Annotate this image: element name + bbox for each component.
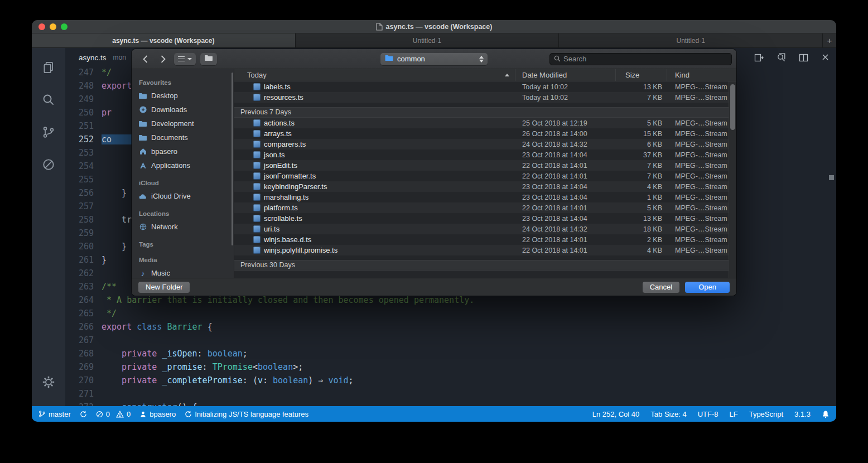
file-name: winjs.polyfill.promise.ts — [264, 246, 337, 254]
code-line[interactable]: 266export class Barrier { — [65, 320, 836, 334]
line-number: 251 — [65, 119, 94, 133]
window-tab[interactable]: Untitled-1 — [559, 33, 823, 47]
zoom-window-button[interactable] — [61, 23, 67, 30]
language-status[interactable]: Initializing JS/TS language features — [185, 410, 308, 418]
code-line[interactable]: 265 */ — [65, 307, 836, 320]
notifications-bell-icon[interactable] — [822, 410, 830, 418]
sidebar-item-documents[interactable]: Documents — [132, 131, 234, 144]
file-name: jsonFormatter.ts — [264, 172, 316, 180]
ts-version[interactable]: 3.1.3 — [794, 410, 811, 418]
debug-icon[interactable] — [32, 148, 65, 181]
location-dropdown[interactable]: common — [380, 53, 488, 65]
sync-button[interactable] — [80, 411, 87, 418]
sidebar-scrollbar[interactable] — [232, 73, 233, 245]
file-type-icon — [253, 247, 261, 254]
dialog-footer: New Folder Cancel Open — [132, 278, 736, 296]
account-indicator[interactable]: bpasero — [139, 410, 176, 418]
file-row[interactable]: jsonFormatter.ts22 Oct 2018 at 14:017 KB… — [234, 171, 729, 181]
file-row[interactable]: comparers.ts24 Oct 2018 at 14:326 KBMPEG… — [234, 139, 729, 149]
close-window-button[interactable] — [38, 23, 45, 30]
file-row[interactable]: marshalling.ts23 Oct 2018 at 14:041 KBMP… — [234, 192, 729, 202]
code-line[interactable]: 269private _promise: TPromise<boolean>; — [65, 360, 836, 374]
sidebar-item-music[interactable]: ♪Music — [132, 266, 234, 278]
problems-indicator[interactable]: 0 0 — [96, 410, 131, 418]
search-icon[interactable] — [32, 84, 65, 116]
code-line[interactable]: 268private _isOpen: boolean; — [65, 347, 836, 360]
document-icon — [376, 23, 383, 31]
git-branch-indicator[interactable]: master — [38, 410, 71, 418]
music-icon: ♪ — [138, 269, 147, 278]
eol-setting[interactable]: LF — [729, 410, 737, 418]
file-row[interactable]: winjs.base.d.ts22 Oct 2018 at 14:012 KBM… — [234, 234, 729, 245]
window-titlebar: async.ts — vscode (Workspace) — [32, 20, 836, 33]
code-line[interactable]: 267 — [65, 334, 836, 347]
code-line[interactable]: 270private _completePromise: (v: boolean… — [65, 374, 836, 387]
new-tab-button[interactable]: + — [823, 33, 836, 47]
forward-button[interactable] — [156, 53, 170, 65]
code-line[interactable]: 272constructor() { — [65, 401, 836, 406]
file-row[interactable]: platform.ts22 Oct 2018 at 14:015 KBMPEG-… — [234, 202, 729, 213]
window-tab[interactable]: Untitled-1 — [296, 33, 560, 47]
file-row[interactable]: keybindingParser.ts23 Oct 2018 at 14:044… — [234, 181, 729, 192]
source-control-icon[interactable] — [32, 116, 65, 148]
scrollbar-thumb[interactable] — [730, 84, 735, 130]
file-type-icon — [253, 183, 261, 190]
file-name: labels.ts — [264, 83, 291, 91]
cursor-position[interactable]: Ln 252, Col 40 — [592, 410, 640, 418]
window-tab[interactable]: async.ts — vscode (Workspace) — [32, 33, 296, 47]
minimize-window-button[interactable] — [50, 23, 56, 30]
sidebar-item-bpasero[interactable]: bpasero — [132, 144, 234, 158]
list-scrollbar[interactable] — [729, 81, 736, 278]
file-row[interactable]: resources.tsToday at 10:027 KBMPEG-…Stre… — [234, 92, 729, 103]
split-editor-icon[interactable] — [799, 53, 808, 65]
open-changes-icon[interactable] — [754, 53, 764, 65]
language-mode[interactable]: TypeScript — [749, 410, 783, 418]
sidebar-item-label: bpasero — [151, 147, 177, 156]
file-row[interactable]: json.ts23 Oct 2018 at 14:0437 KBMPEG-…St… — [234, 149, 729, 160]
file-row[interactable]: uri.ts24 Oct 2018 at 14:3218 KBMPEG-…Str… — [234, 224, 729, 234]
file-row[interactable]: actions.ts25 Oct 2018 at 12:195 KBMPEG-…… — [234, 118, 729, 128]
file-row[interactable]: winjs.polyfill.promise.ts22 Oct 2018 at … — [234, 245, 729, 255]
sidebar-item-downloads[interactable]: Downloads — [132, 103, 234, 117]
list-view-icon — [178, 56, 185, 62]
back-button[interactable] — [138, 53, 152, 65]
open-preview-icon[interactable] — [777, 53, 786, 65]
file-row[interactable]: jsonEdit.ts22 Oct 2018 at 14:017 KBMPEG-… — [234, 160, 729, 171]
column-size[interactable]: Size — [616, 69, 667, 81]
sidebar-item-icloud-drive[interactable]: iCloud Drive — [132, 189, 234, 203]
file-row[interactable]: arrays.ts26 Oct 2018 at 14:0015 KBMPEG-…… — [234, 128, 729, 139]
sidebar-item-network[interactable]: Network — [132, 220, 234, 234]
file-date: 23 Oct 2018 at 14:04 — [515, 151, 616, 159]
column-name[interactable]: Today — [234, 69, 515, 81]
sidebar-item-applications[interactable]: Applications — [132, 158, 234, 172]
file-date: 25 Oct 2018 at 12:19 — [515, 119, 616, 127]
file-date: Today at 10:02 — [515, 94, 616, 102]
search-input[interactable] — [563, 55, 727, 63]
close-editor-icon[interactable] — [821, 53, 830, 65]
open-button[interactable]: Open — [685, 282, 730, 293]
sidebar-item-development[interactable]: Development — [132, 117, 234, 131]
search-field[interactable] — [549, 53, 732, 65]
sidebar-section-title: Favourites — [139, 78, 234, 88]
sidebar-section-title: Media — [139, 255, 234, 265]
code-text: private _promise: TPromise<boolean>; — [102, 360, 303, 374]
view-mode-button[interactable] — [174, 53, 196, 65]
editor-tab-filename[interactable]: async.ts — [79, 54, 107, 62]
cancel-button[interactable]: Cancel — [643, 282, 679, 293]
folder-icon — [138, 133, 147, 142]
file-row[interactable]: labels.tsToday at 10:0213 KBMPEG-…Stream — [234, 81, 729, 92]
file-row[interactable]: scrollable.ts23 Oct 2018 at 14:0413 KBMP… — [234, 213, 729, 224]
explorer-icon[interactable] — [32, 51, 65, 84]
group-by-button[interactable] — [200, 53, 217, 65]
code-line[interactable]: 271 — [65, 387, 836, 401]
new-folder-button[interactable]: New Folder — [138, 282, 190, 293]
settings-gear-icon[interactable] — [32, 366, 65, 398]
sidebar-item-label: Development — [151, 119, 194, 128]
indentation-setting[interactable]: Tab Size: 4 — [650, 410, 686, 418]
encoding-setting[interactable]: UTF-8 — [698, 410, 718, 418]
column-kind[interactable]: Kind — [667, 69, 736, 81]
warning-count: 0 — [127, 410, 131, 418]
warning-icon — [116, 411, 124, 418]
sidebar-item-desktop[interactable]: Desktop — [132, 89, 234, 103]
column-date-modified[interactable]: Date Modified — [515, 69, 616, 81]
